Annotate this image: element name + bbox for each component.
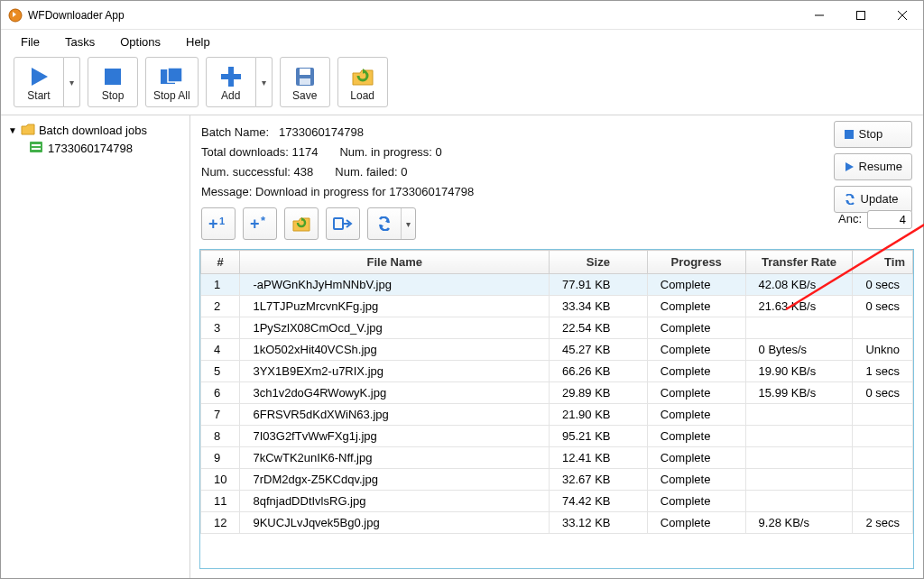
- plus-icon: [218, 64, 244, 89]
- tree-item[interactable]: 1733060174798: [5, 140, 186, 157]
- total-downloads: 1174: [291, 145, 318, 159]
- col-time[interactable]: Tim: [853, 251, 913, 274]
- col-progress[interactable]: Progress: [647, 251, 745, 274]
- svg-text:1: 1: [219, 216, 225, 226]
- add-button[interactable]: Add: [206, 57, 256, 107]
- close-button[interactable]: [882, 1, 923, 30]
- app-icon: [8, 8, 23, 23]
- svg-rect-9: [221, 74, 241, 79]
- menu-help[interactable]: Help: [175, 32, 221, 51]
- save-icon: [292, 64, 318, 89]
- table-row[interactable]: 31PySzlX08CmOcd_V.jpg22.54 KBComplete: [201, 317, 913, 339]
- add-one-button[interactable]: +1: [201, 207, 236, 240]
- table-row[interactable]: 53YX1B9EXm2-u7RIX.jpg66.26 KBComplete19.…: [201, 361, 913, 382]
- minimize-button[interactable]: [799, 1, 840, 30]
- load-button[interactable]: Load: [337, 57, 388, 107]
- export-button[interactable]: [326, 207, 360, 240]
- start-button[interactable]: Start: [14, 57, 64, 107]
- titlebar: WFDownloader App: [1, 1, 923, 30]
- load-icon: [350, 64, 375, 89]
- menu-file[interactable]: File: [10, 32, 51, 51]
- num-failed: 0: [401, 165, 407, 179]
- job-icon: [30, 142, 42, 155]
- table-row[interactable]: 97kCwTK2unIK6-Nff.jpg12.41 KBComplete: [201, 447, 913, 469]
- collapse-icon: ▼: [8, 125, 17, 135]
- save-button[interactable]: Save: [280, 57, 330, 107]
- start-dropdown[interactable]: ▾: [64, 57, 80, 107]
- tree-root[interactable]: ▼ Batch download jobs: [5, 121, 186, 140]
- folder-icon: [21, 123, 35, 138]
- svg-rect-7: [168, 68, 182, 82]
- anc-input[interactable]: [867, 210, 912, 229]
- table-row[interactable]: 41kO502xHit40VCSh.jpg45.27 KBComplete0 B…: [201, 339, 913, 361]
- tree-root-label: Batch download jobs: [39, 124, 147, 137]
- add-multi-button[interactable]: +*: [243, 207, 277, 240]
- stop-all-button[interactable]: Stop All: [145, 57, 199, 107]
- svg-rect-12: [300, 78, 310, 85]
- menu-options[interactable]: Options: [109, 32, 171, 51]
- svg-rect-13: [30, 142, 42, 152]
- stop-button[interactable]: Stop: [88, 57, 138, 107]
- sub-toolbar: +1 +* ▾: [190, 206, 923, 249]
- maximize-button[interactable]: [840, 1, 882, 30]
- batch-stop-button[interactable]: Stop: [834, 121, 912, 148]
- table-row[interactable]: 129KUCJLvJqvek5Bg0.jpg33.12 KBComplete9.…: [201, 512, 913, 534]
- reload-folder-button[interactable]: [284, 207, 319, 240]
- num-in-progress: 0: [436, 145, 442, 159]
- info-panel: Batch Name: 1733060174798 Total download…: [190, 115, 923, 206]
- add-dropdown[interactable]: ▾: [256, 57, 273, 107]
- refresh-dropdown[interactable]: ▾: [401, 208, 415, 239]
- message-text: Download in progress for 1733060174798: [255, 185, 474, 198]
- table-row[interactable]: 21L7TJPuzMrcvnKFg.jpg33.34 KBComplete21.…: [201, 296, 913, 317]
- col-number[interactable]: #: [201, 251, 240, 274]
- col-rate[interactable]: Transfer Rate: [745, 251, 853, 274]
- menu-tasks[interactable]: Tasks: [54, 32, 106, 51]
- table-row[interactable]: 118qfnjadDDtIvlsRG.jpg74.42 KBComplete: [201, 491, 913, 512]
- num-successful: 438: [294, 165, 314, 179]
- svg-rect-14: [32, 144, 41, 146]
- svg-text:+: +: [208, 215, 218, 233]
- svg-rect-11: [300, 69, 310, 75]
- svg-text:*: *: [261, 215, 266, 227]
- col-size[interactable]: Size: [549, 251, 647, 274]
- stop-icon: [100, 64, 125, 89]
- svg-rect-5: [105, 69, 121, 85]
- stop-all-icon: [159, 64, 184, 89]
- svg-rect-16: [845, 130, 854, 139]
- table-row[interactable]: 107rDM2dgx-Z5KCdqv.jpg32.67 KBComplete: [201, 469, 913, 491]
- batch-resume-button[interactable]: Resume: [834, 153, 912, 180]
- svg-rect-2: [857, 11, 865, 19]
- toolbar: Start ▾ Stop Stop All Add ▾ Save Load: [1, 53, 923, 115]
- batch-name: 1733060174798: [279, 125, 364, 139]
- svg-rect-15: [32, 148, 41, 150]
- menubar: File Tasks Options Help: [1, 30, 923, 53]
- table-row[interactable]: 1-aPWGnKhJyHmNNbV.jpg77.91 KBComplete42.…: [201, 274, 913, 296]
- downloads-table[interactable]: # File Name Size Progress Transfer Rate …: [199, 249, 914, 569]
- refresh-button[interactable]: [368, 208, 401, 239]
- window-title: WFDownloader App: [28, 9, 125, 22]
- sidebar: ▼ Batch download jobs 1733060174798: [1, 115, 190, 578]
- svg-point-0: [9, 9, 22, 22]
- svg-rect-21: [334, 218, 343, 229]
- table-row[interactable]: 63ch1v2doG4RWowyK.jpg29.89 KBComplete15.…: [201, 382, 913, 404]
- svg-text:+: +: [250, 215, 260, 233]
- play-icon: [26, 64, 51, 89]
- table-row[interactable]: 76FRSVR5dKdXWiN63.jpg21.90 KBComplete: [201, 404, 913, 426]
- tree-item-label: 1733060174798: [48, 142, 133, 155]
- anc-label: Anc:: [838, 209, 862, 229]
- col-filename[interactable]: File Name: [240, 251, 550, 274]
- table-row[interactable]: 87I03G2fTvWwFXg1j.jpg95.21 KBComplete: [201, 426, 913, 447]
